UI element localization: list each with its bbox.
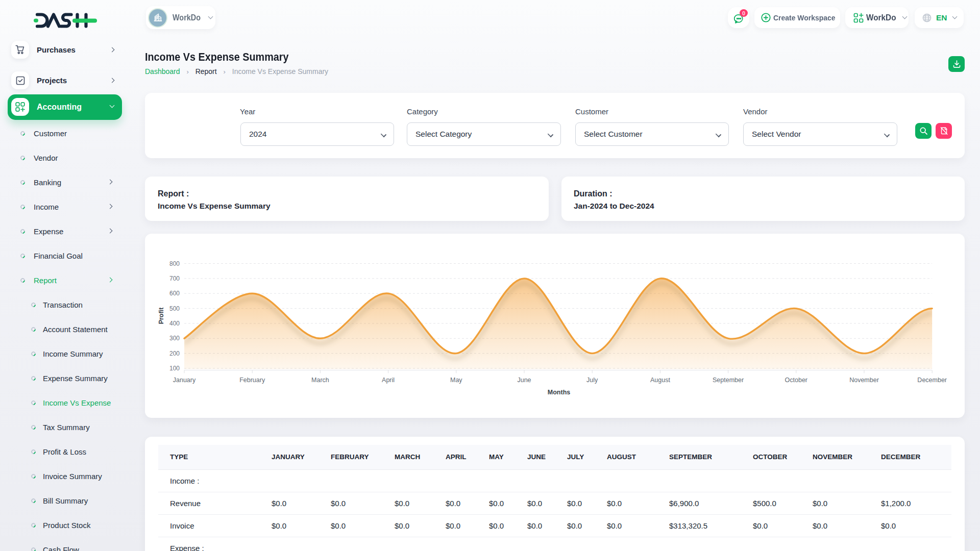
svg-text:800: 800 xyxy=(169,260,180,267)
svg-text:January: January xyxy=(173,377,196,384)
svg-text:March: March xyxy=(311,377,329,384)
svg-text:600: 600 xyxy=(169,290,180,297)
svg-text:500: 500 xyxy=(169,305,180,312)
svg-text:Profit: Profit xyxy=(158,307,165,324)
svg-text:200: 200 xyxy=(169,350,180,357)
svg-text:May: May xyxy=(450,377,462,384)
svg-text:300: 300 xyxy=(169,335,180,342)
svg-text:November: November xyxy=(849,377,879,384)
svg-text:100: 100 xyxy=(169,365,180,372)
svg-text:700: 700 xyxy=(169,275,180,282)
svg-text:February: February xyxy=(239,377,265,384)
svg-text:August: August xyxy=(650,377,670,384)
svg-text:Months: Months xyxy=(548,389,570,396)
svg-text:400: 400 xyxy=(169,320,180,327)
svg-text:July: July xyxy=(586,377,598,384)
svg-text:September: September xyxy=(713,377,744,384)
svg-text:December: December xyxy=(917,377,947,384)
svg-text:April: April xyxy=(382,377,395,384)
svg-text:October: October xyxy=(785,377,807,384)
svg-text:June: June xyxy=(517,377,531,384)
